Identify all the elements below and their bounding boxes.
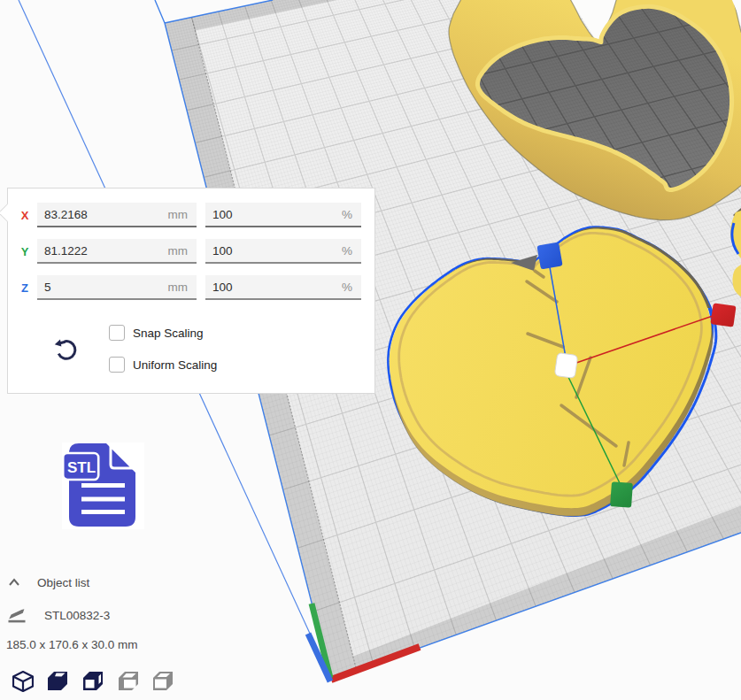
svg-text:STL: STL <box>67 459 96 476</box>
